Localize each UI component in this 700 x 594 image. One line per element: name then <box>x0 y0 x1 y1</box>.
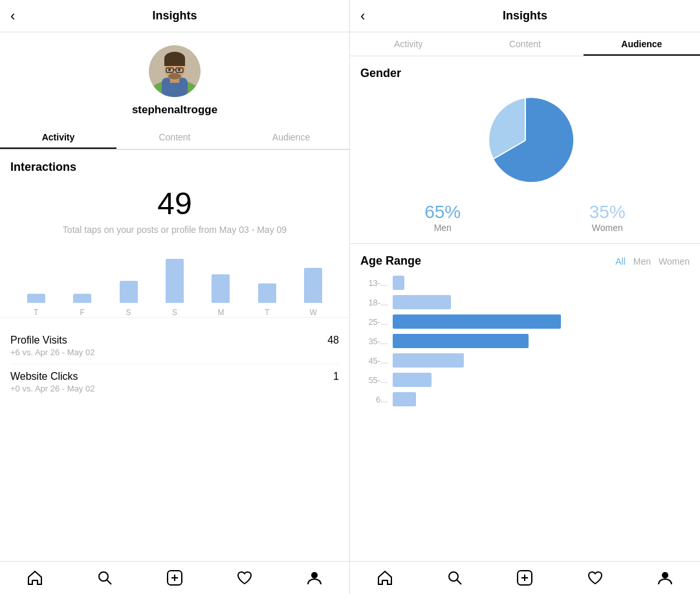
age-bar-row-5: 55-... <box>360 373 690 387</box>
left-tabs: Activity Content Audience <box>0 126 349 149</box>
svg-rect-6 <box>164 58 185 66</box>
heart-icon-left[interactable] <box>232 568 257 588</box>
person-icon-right[interactable] <box>652 568 678 588</box>
bar-label-1: F <box>80 308 84 317</box>
svg-point-13 <box>99 572 108 581</box>
right-bottom-nav <box>350 561 700 594</box>
tab-audience-left[interactable]: Audience <box>233 126 349 149</box>
gender-title: Gender <box>360 67 690 85</box>
tab-activity-right[interactable]: Activity <box>350 32 466 56</box>
left-back-button[interactable]: ‹ <box>10 8 15 25</box>
bar-item-0: T <box>27 294 45 317</box>
svg-line-22 <box>457 580 461 584</box>
age-bar-1 <box>393 295 451 309</box>
bar-item-5: T <box>258 283 276 317</box>
bar-1 <box>73 294 91 303</box>
women-label: 35% Women <box>589 202 626 233</box>
svg-point-11 <box>178 69 180 71</box>
age-bar-4 <box>393 353 464 368</box>
bar-3 <box>166 259 184 303</box>
add-icon-right[interactable] <box>512 568 538 588</box>
search-icon-right[interactable] <box>442 568 468 588</box>
age-range-label-4: 45-... <box>360 356 388 366</box>
right-panel: ‹ Insights Activity Content Audience Gen… <box>350 0 700 594</box>
pie-chart <box>477 92 574 189</box>
age-bar-2 <box>393 314 561 329</box>
age-bar-3 <box>393 334 529 348</box>
bar-label-2: S <box>126 308 131 317</box>
tab-activity-left[interactable]: Activity <box>0 126 116 149</box>
left-panel: ‹ Insights <box>0 0 350 594</box>
age-filter: All Men Women <box>615 256 690 267</box>
age-bars: 13-...18-...25-...35-...45-...55-...6... <box>360 276 690 406</box>
age-bar-row-2: 25-... <box>360 314 690 329</box>
left-bottom-nav <box>0 561 349 594</box>
age-filter-all[interactable]: All <box>615 256 626 267</box>
men-label: 65% Men <box>424 202 461 233</box>
gender-chart-area: 65% Men 35% Women <box>360 85 690 233</box>
bar-2 <box>120 281 138 303</box>
men-percentage: 65% <box>424 202 461 223</box>
bar-item-3: S <box>166 259 184 317</box>
stat-value-visits: 48 <box>327 335 339 346</box>
bar-0 <box>27 294 45 303</box>
stat-name-visits: Profile Visits <box>10 335 94 346</box>
age-filter-women[interactable]: Women <box>659 256 690 267</box>
age-range-label-0: 13-... <box>360 278 388 288</box>
interactions-subtitle: Total taps on your posts or profile from… <box>0 221 349 239</box>
svg-point-18 <box>311 572 318 578</box>
bar-label-5: T <box>265 308 269 317</box>
age-range-title: Age Range <box>360 254 615 268</box>
profile-section: stephenaltrogge Activity Content Audienc… <box>0 32 349 150</box>
age-bar-5 <box>393 373 432 387</box>
stat-row-profile-visits: Profile Visits +6 vs. Apr 26 - May 02 48 <box>10 328 339 364</box>
age-range-label-5: 55-... <box>360 375 388 385</box>
left-content: Interactions 49 Total taps on your posts… <box>0 150 349 561</box>
interactions-title: Interactions <box>0 150 349 179</box>
tab-content-right[interactable]: Content <box>466 32 583 56</box>
age-range-label-3: 35-... <box>360 336 388 346</box>
men-name: Men <box>424 223 461 233</box>
age-range-label-2: 25-... <box>360 317 388 327</box>
right-back-button[interactable]: ‹ <box>360 8 365 25</box>
search-icon-left[interactable] <box>92 568 118 588</box>
age-bar-row-4: 45-... <box>360 353 690 368</box>
right-header-title: Insights <box>503 9 547 23</box>
home-icon-right[interactable] <box>372 568 398 588</box>
women-name: Women <box>589 223 626 233</box>
age-bar-row-3: 35-... <box>360 334 690 348</box>
age-range-label-6: 6... <box>360 395 388 404</box>
age-header: Age Range All Men Women <box>360 254 690 268</box>
right-content: Gender <box>350 56 700 561</box>
stat-value-clicks: 1 <box>333 371 339 382</box>
stats-section: Profile Visits +6 vs. Apr 26 - May 02 48… <box>0 317 349 410</box>
tab-audience-right[interactable]: Audience <box>584 32 700 56</box>
bar-chart: TFSSMTW <box>0 239 349 317</box>
bar-item-4: M <box>212 274 230 317</box>
stat-row-website-clicks: Website Clicks +0 vs. Apr 26 - May 02 1 <box>10 364 339 400</box>
svg-point-10 <box>168 69 171 71</box>
age-bar-row-1: 18-... <box>360 295 690 309</box>
age-bar-row-6: 6... <box>360 392 690 406</box>
home-icon-left[interactable] <box>22 568 48 588</box>
add-icon-left[interactable] <box>162 568 188 588</box>
svg-point-12 <box>168 73 181 80</box>
person-icon-left[interactable] <box>301 568 327 588</box>
svg-line-14 <box>107 580 111 584</box>
username-label: stephenaltrogge <box>132 104 217 116</box>
left-header-title: Insights <box>152 9 197 23</box>
bar-4 <box>212 274 230 303</box>
age-section: Age Range All Men Women 13-...18-...25-.… <box>350 244 700 422</box>
svg-point-26 <box>662 572 668 578</box>
tab-content-left[interactable]: Content <box>116 126 233 149</box>
bar-label-3: S <box>172 308 177 317</box>
women-percentage: 35% <box>589 202 626 223</box>
heart-icon-right[interactable] <box>582 568 608 588</box>
age-bar-row-0: 13-... <box>360 276 690 290</box>
gender-labels: 65% Men 35% Women <box>360 202 690 233</box>
gender-section: Gender <box>350 56 700 244</box>
avatar <box>149 45 201 97</box>
bar-5 <box>258 283 276 303</box>
left-header: ‹ Insights <box>0 0 349 32</box>
age-filter-men[interactable]: Men <box>633 256 651 267</box>
